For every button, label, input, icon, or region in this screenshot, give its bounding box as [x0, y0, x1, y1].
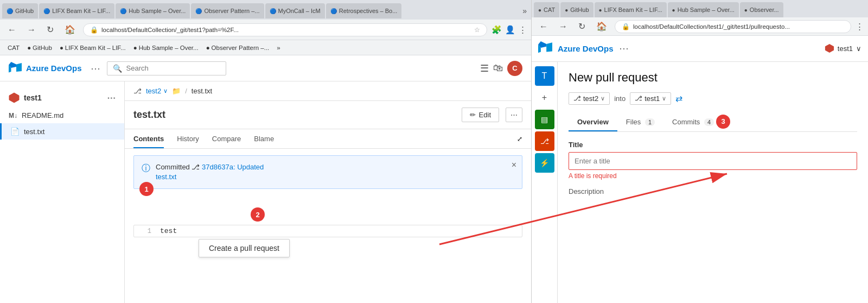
star-icon: ☆ — [474, 26, 480, 34]
sidebar-item-testtxt[interactable]: 📄 test.txt — [0, 123, 124, 140]
right-forward-button[interactable]: → — [556, 20, 571, 34]
search-box[interactable]: 🔍 — [107, 61, 226, 75]
tab-hub[interactable]: 🔵Hub Sample – Over... — [116, 3, 190, 18]
reload-button[interactable]: ↻ — [43, 22, 57, 37]
file-title: test.txt — [133, 109, 455, 121]
github-icon: ● — [27, 45, 31, 51]
search-input[interactable] — [126, 64, 220, 72]
bookmark-more[interactable]: » — [273, 43, 283, 52]
tab-github[interactable]: 🔵GitHub — [2, 3, 38, 18]
right-tab-bar: ●CAT ●GitHub ●LIFX Beam Kit – LIF... ●Hu… — [532, 0, 868, 17]
into-text: into — [614, 94, 626, 103]
right-tab-obs[interactable]: ●Observer... — [740, 2, 783, 17]
step1-badge: 1 — [139, 182, 154, 196]
right-app-header: Azure DevOps ⋯ test1 ∨ — [532, 36, 868, 62]
pr-page-title: New pull request — [569, 71, 857, 85]
right-tab-github[interactable]: ●GitHub — [560, 2, 593, 17]
back-button[interactable]: ← — [4, 23, 20, 37]
home-button[interactable]: 🏠 — [61, 22, 79, 37]
menu-icon[interactable]: ⋮ — [519, 25, 527, 35]
bookmark-lifx[interactable]: ● LIFX Beam Kit – LIF... — [56, 43, 129, 52]
right-back-button[interactable]: ← — [536, 20, 551, 34]
create-pull-request-button[interactable]: Create a pull request — [199, 239, 290, 257]
lock-icon: 🔒 — [90, 26, 98, 34]
tab-lifx[interactable]: 🔵LIFX Beam Kit – LIF... — [39, 3, 114, 18]
more-options-button[interactable]: ⋯ — [506, 108, 522, 122]
menu-list-icon[interactable]: ☰ — [480, 62, 489, 74]
pr-tabs: Overview Files 1 Commits 4 3 — [569, 113, 857, 132]
right-sidebar-boards-icon[interactable]: ▤ — [535, 110, 554, 129]
profile-icon[interactable]: 👤 — [505, 25, 515, 35]
right-project-icon — [825, 43, 834, 53]
right-sidebar-plus-icon[interactable]: + — [535, 88, 554, 108]
source-branch-chevron: ∨ — [601, 95, 605, 102]
file-icon: 📄 — [10, 127, 20, 136]
right-menu-icon[interactable]: ⋮ — [856, 22, 864, 31]
right-header-dots[interactable]: ⋯ — [619, 42, 629, 54]
code-view: 1 test — [133, 225, 522, 237]
right-sidebar-pipeline-icon[interactable]: ⚡ — [535, 153, 554, 173]
pr-tab-commits[interactable]: Commits 4 3 — [663, 113, 723, 131]
forward-button[interactable]: → — [24, 23, 39, 37]
right-azure-logo-text: Azure DevOps — [558, 44, 614, 53]
left-tab-bar: 🔵GitHub 🔵LIFX Beam Kit – LIF... 🔵Hub Sam… — [0, 0, 531, 20]
swap-branches-icon[interactable]: ⇄ — [675, 93, 682, 104]
close-notification-button[interactable]: × — [512, 160, 516, 170]
right-app-container: Azure DevOps ⋯ test1 ∨ T + ▤ ⎇ — [532, 36, 868, 303]
left-bookmarks-bar: CAT ● GitHub ● LIFX Beam Kit – LIF... ● … — [0, 40, 531, 55]
pr-tab-files[interactable]: Files 1 — [617, 113, 663, 131]
branch-selector[interactable]: test2 ∨ — [146, 87, 168, 95]
expand-icon[interactable]: ⤢ — [517, 135, 522, 143]
pr-title-error: A title is required — [569, 172, 857, 180]
tab-compare[interactable]: Compare — [212, 129, 241, 148]
right-reload-button[interactable]: ↻ — [575, 19, 589, 34]
lifx-icon: ● — [60, 45, 63, 51]
file-content-area: ⎇ test2 ∨ 📁 / test.txt test.txt ✏ — [125, 81, 531, 303]
right-home-button[interactable]: 🏠 — [593, 19, 610, 34]
edit-button[interactable]: ✏ Edit — [462, 108, 499, 122]
target-branch-selector[interactable]: ⎇ test1 ∨ — [630, 92, 671, 105]
right-nav-icons: ⋮ — [856, 22, 864, 31]
user-avatar[interactable]: C — [507, 61, 522, 76]
pr-title-label: Title — [569, 141, 857, 149]
project-more-button[interactable]: ⋯ — [107, 93, 116, 103]
sidebar-item-readme[interactable]: M↓ README.md — [0, 108, 124, 123]
header-dots-button[interactable]: ⋯ — [91, 62, 100, 74]
commits-count-badge: 4 — [704, 118, 714, 126]
right-sidebar-git-icon[interactable]: ⎇ — [535, 131, 554, 151]
create-pr-area: Create a pull request 2 — [133, 195, 522, 214]
pr-tab-overview[interactable]: Overview — [569, 113, 617, 131]
shopping-bag-icon[interactable]: 🛍 — [493, 62, 503, 74]
bookmark-github[interactable]: ● GitHub — [24, 43, 55, 52]
left-nav-bar: ← → ↻ 🏠 🔒 localhost/DefaultCollection/_g… — [0, 20, 531, 40]
bookmark-hub[interactable]: ● Hub Sample – Over... — [130, 43, 202, 52]
more-tabs-button[interactable]: » — [520, 7, 529, 15]
right-tab-hub[interactable]: ●Hub Sample – Over... — [668, 2, 739, 17]
tab-blame[interactable]: Blame — [254, 129, 274, 148]
tab-contents[interactable]: Contents — [133, 129, 164, 148]
extensions-icon[interactable]: 🧩 — [492, 25, 502, 35]
obs-icon: ● — [206, 45, 210, 51]
pr-branch-selectors: ⎇ test2 ∨ into ⎇ test1 ∨ ⇄ — [569, 92, 857, 105]
tab-myoncall[interactable]: 🔵MyOnCall – IcM — [265, 3, 325, 18]
left-sidebar: test1 ⋯ M↓ README.md 📄 test.txt — [0, 81, 125, 303]
tab-history[interactable]: History — [177, 129, 199, 148]
right-lock-icon: 🔒 — [622, 23, 630, 30]
source-branch-selector[interactable]: ⎇ test2 ∨ — [569, 92, 610, 105]
left-app-body: test1 ⋯ M↓ README.md 📄 test.txt — [0, 81, 531, 303]
right-tab-cat[interactable]: ●CAT — [534, 2, 559, 17]
address-bar[interactable]: 🔒 localhost/DefaultCollection/_git/test1… — [83, 23, 487, 36]
bookmark-observer[interactable]: ● Observer Pattern –... — [203, 43, 273, 52]
bookmark-cat[interactable]: CAT — [4, 43, 23, 52]
tab-observer[interactable]: 🔵Observer Pattern –... — [191, 3, 264, 18]
right-address-bar[interactable]: 🔒 localhost/DefaultCollection/test1/_git… — [615, 20, 851, 33]
step2-badge: 2 — [251, 207, 265, 222]
azure-devops-logo[interactable]: Azure DevOps — [9, 62, 82, 75]
file-body: ⓘ Committed ⎇ 37d8637a: Updated test.txt — [125, 149, 531, 303]
right-sidebar-t-icon[interactable]: T — [535, 66, 554, 86]
file-path-bar: ⎇ test2 ∨ 📁 / test.txt — [125, 81, 531, 101]
tab-retro[interactable]: 🔵Retrospectives – Bo... — [326, 3, 402, 18]
right-tab-lifx[interactable]: ●LIFX Beam Kit – LIF... — [595, 2, 667, 17]
left-app-header: Azure DevOps ⋯ 🔍 ☰ 🛍 C — [0, 55, 531, 81]
pr-title-input[interactable] — [569, 152, 857, 170]
